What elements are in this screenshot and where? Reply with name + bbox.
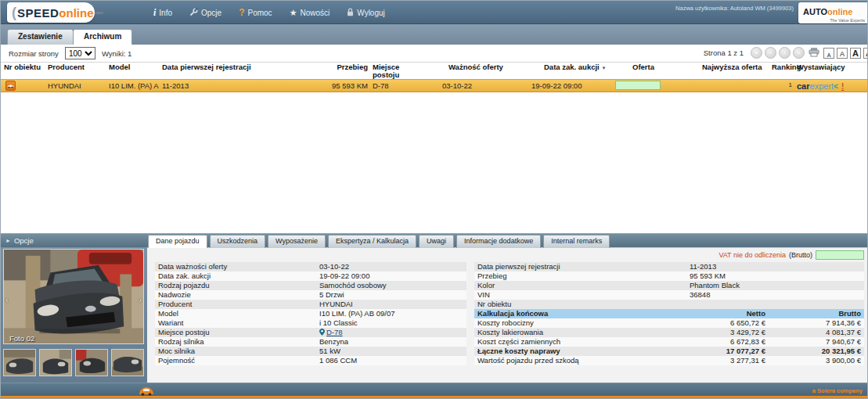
calc-label: Koszty lakierowania <box>474 328 690 337</box>
calc-netto-value: 3 277,31 € <box>693 356 765 365</box>
field-label: Kolor <box>474 281 690 290</box>
photo-next-arrow[interactable]: › <box>139 295 142 304</box>
row-producent: HYUNDAI <box>45 81 106 90</box>
options-label: Opcje <box>14 236 34 245</box>
tab-uszkodzenia[interactable]: Uszkodzenia <box>210 235 266 248</box>
photo-thumbnail-3[interactable] <box>75 349 108 376</box>
col-header-waznosc-oferty[interactable]: Ważność oferty <box>420 63 522 71</box>
col-header-najwyzsza-oferta[interactable]: Najwyższa oferta <box>671 63 769 71</box>
autoonline-logo[interactable]: AUTOonline The Value Experts <box>798 2 868 23</box>
field-label: Miejsce postoju <box>155 328 319 337</box>
col-header-nr-obiektu[interactable]: Nr obiektu <box>1 63 45 71</box>
row-miejsce-postoju: D-78 <box>369 81 420 90</box>
menu-item-wyloguj[interactable]: Wyloguj <box>347 8 384 18</box>
calc-netto-value: 6 672,83 € <box>693 337 765 347</box>
calc-brutto-value: 7 914,36 € <box>765 318 864 328</box>
options-toggle[interactable]: ► Opcje <box>5 236 34 245</box>
field-value: 51 kW <box>319 347 466 356</box>
field-value: 1 086 CCM <box>319 356 466 365</box>
font-size-extra-button[interactable]: A <box>863 48 868 59</box>
menu-item-opcje[interactable]: Opcje <box>189 8 222 18</box>
calc-row: Miejsce postojuD-78 Koszty lakierowania3… <box>155 328 864 337</box>
carexpert-mark-icon: < <box>834 82 838 91</box>
field-value: 95 593 KM <box>690 271 864 281</box>
list-toolbar: Rozmiar strony 100 Wyniki: 1 Strona 1 z … <box>1 45 868 62</box>
row-model: I10 LIM. (PA) AB... <box>106 81 159 90</box>
calc-label: Koszt części zamiennych <box>474 337 690 347</box>
table-row[interactable]: HYUNDAI I10 LIM. (PA) AB... 11-2013 95 5… <box>1 79 868 92</box>
field-value: 5 Drzwi <box>319 290 466 300</box>
field-row: Data ważności oferty03-10-22 Data pierws… <box>155 262 864 271</box>
menu-item-nowosci[interactable]: ★ Nowości <box>290 8 330 18</box>
page-size-select[interactable]: 100 <box>65 47 95 59</box>
calc-netto-header: Netto <box>693 309 765 318</box>
carexpert-logo[interactable]: carexpert< <box>797 82 838 91</box>
top-bar: (SPEEDonlinecom i Info Opcje ? Pomoc ★ N… <box>1 1 868 24</box>
tab-archiwum[interactable]: Archiwum <box>73 29 132 45</box>
next-page-button[interactable]: › <box>779 47 791 59</box>
warning-icon[interactable]: ! <box>841 82 844 91</box>
photo-thumbnails <box>3 349 144 376</box>
vehicle-main-photo[interactable]: ‹ › Foto 02 <box>3 249 144 344</box>
calc-row: Warianti 10 Classic Koszty robocizny6 65… <box>155 318 864 328</box>
vat-input[interactable] <box>816 250 864 260</box>
print-icon[interactable] <box>809 48 819 59</box>
tab-internal-remarks[interactable]: Internal remarks <box>543 235 610 248</box>
menu-opcje-label: Opcje <box>201 9 222 17</box>
row-waznosc-oferty: 03-10-22 <box>420 81 522 90</box>
field-value <box>690 300 864 309</box>
lock-icon <box>347 8 354 18</box>
calc-row: Pojemność1 086 CCM Wartość pojazdu przed… <box>155 356 864 365</box>
row-marker-car-icon[interactable] <box>5 81 16 91</box>
speedonline-logo[interactable]: (SPEEDonlinecom <box>7 2 95 23</box>
col-header-miejsce-postoju[interactable]: Miejsce postoju <box>369 63 420 78</box>
page-indicator: Strona 1 z 1 <box>704 49 744 57</box>
tab-zestawienie[interactable]: Zestawienie <box>7 29 74 45</box>
brand-tagline: The Value Experts <box>803 18 865 23</box>
font-size-medium-button[interactable]: A <box>837 48 848 59</box>
tab-wyposazenie[interactable]: Wyposażenie <box>268 235 326 248</box>
location-link[interactable]: D-78 <box>326 328 343 336</box>
photo-prev-arrow[interactable]: ‹ <box>5 295 9 304</box>
photo-thumbnail-1[interactable] <box>3 349 36 376</box>
field-label: Data pierwszej rejestracji <box>474 262 690 271</box>
calc-brutto-value: 3 900,00 € <box>765 356 864 365</box>
font-size-large-button[interactable]: A <box>850 48 861 59</box>
menu-wyloguj-label: Wyloguj <box>357 9 384 17</box>
col-header-ranking[interactable]: Ranking <box>769 63 794 71</box>
photo-thumbnail-4[interactable] <box>111 349 144 376</box>
field-label: Data ważności oferty <box>155 262 319 271</box>
col-header-oferta[interactable]: Oferta <box>612 63 671 71</box>
field-label: Przebieg <box>474 271 690 281</box>
col-header-data-zak-aukcji[interactable]: Data zak. aukcji ▼ <box>522 63 612 73</box>
tab-dane-pojazdu[interactable]: Dane pojazdu <box>148 235 207 248</box>
main-tab-strip: Zestawienie Archiwum <box>1 24 868 45</box>
calc-label: Łączne koszty naprawy <box>474 347 690 356</box>
table-empty-area <box>1 93 868 233</box>
field-row: ProducentHYUNDAI Nr obiektu <box>155 300 864 309</box>
field-value: I10 LIM. (PA) AB 09/07 <box>319 309 466 318</box>
field-value: 11-2013 <box>690 262 864 271</box>
tab-ekspertyza-kalkulacja[interactable]: Ekspertyza / Kalkulacja <box>328 235 416 248</box>
col-header-wystawiajacy[interactable]: Wystawiający <box>794 63 868 71</box>
help-icon: ? <box>239 7 244 18</box>
col-header-model[interactable]: Model <box>106 63 159 71</box>
last-page-button[interactable]: » <box>793 47 805 59</box>
menu-item-info[interactable]: i Info <box>153 7 172 19</box>
oferta-input[interactable] <box>615 81 661 90</box>
font-size-small-button[interactable]: A <box>823 48 834 59</box>
first-page-button[interactable]: « <box>751 47 762 59</box>
tab-informacje-dodatkowe[interactable]: Informacje dodatkowe <box>456 235 541 248</box>
calc-netto-value: 17 077,27 € <box>693 347 765 356</box>
field-value: i 10 Classic <box>319 318 466 328</box>
col-header-data-rejestracji[interactable]: Data pierwszej rejestracji <box>159 63 315 71</box>
calc-brutto-value: 4 081,37 € <box>765 328 864 337</box>
col-header-producent[interactable]: Producent <box>45 63 106 71</box>
photo-thumbnail-2[interactable] <box>39 349 72 376</box>
prev-page-button[interactable]: ‹ <box>765 47 776 59</box>
detail-tab-strip: Dane pojazdu Uszkodzenia Wyposażenie Eks… <box>148 235 610 248</box>
col-header-przebieg[interactable]: Przebieg <box>315 63 369 71</box>
field-label: Nr obiektu <box>474 300 690 309</box>
menu-item-pomoc[interactable]: ? Pomoc <box>239 7 272 18</box>
tab-uwagi[interactable]: Uwagi <box>419 235 454 248</box>
